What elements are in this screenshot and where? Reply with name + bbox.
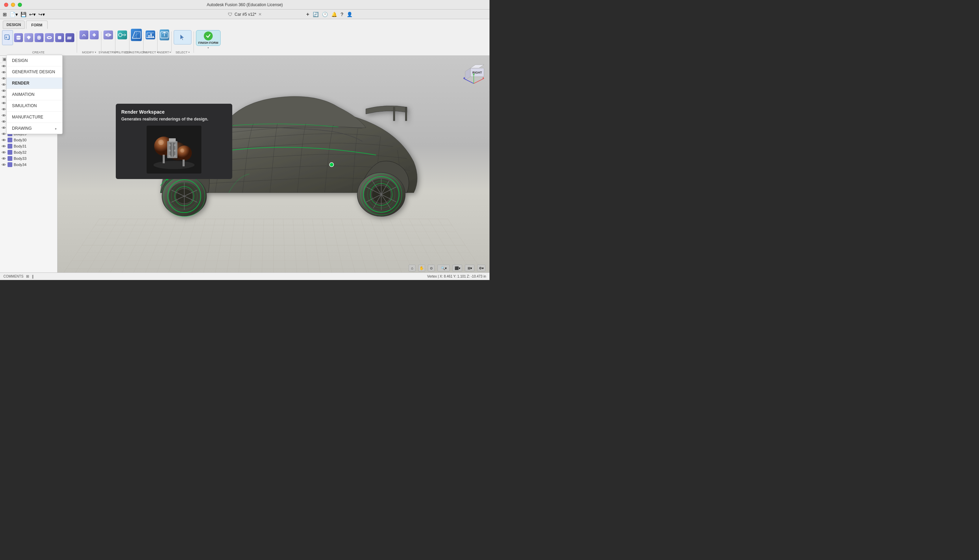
- design-dropdown-container: DESIGN DESIGN GENERATIVE DESIGN RENDER A…: [3, 20, 26, 29]
- redo-icon[interactable]: ↪▾: [38, 12, 45, 17]
- viewport[interactable]: RIGHT Render Workspace Generates realist…: [58, 56, 490, 280]
- modify-label: MODIFY▾: [82, 51, 96, 54]
- clock-icon[interactable]: 🕐: [322, 12, 328, 17]
- nav-zoom-fit-btn[interactable]: ⊙: [428, 265, 435, 272]
- body-type-icon: [8, 156, 12, 161]
- sep-5: [143, 32, 144, 53]
- svg-point-9: [37, 36, 41, 40]
- sidebar-body-item[interactable]: Body33: [0, 155, 57, 162]
- tab-bar: ⊞ 📄▾ 💾 ↩▾ ↪▾ 🛡 Car #5 v12* ✕ + 🔄 🕐 🔔 ? 👤: [0, 10, 490, 19]
- modify-button-2[interactable]: [89, 30, 99, 40]
- utilities-icons: [117, 30, 127, 40]
- design-button[interactable]: DESIGN: [3, 20, 25, 29]
- window-controls: [4, 3, 22, 7]
- svg-rect-13: [67, 37, 72, 39]
- nav-display-btn[interactable]: ⬛▾: [453, 265, 462, 272]
- close-button[interactable]: [4, 3, 8, 7]
- visibility-icon: [2, 150, 6, 155]
- finish-form-icons: FINISH FORM: [196, 30, 221, 46]
- render-tooltip: Render Workspace Generates realistic ren…: [116, 104, 232, 179]
- nav-view-btn[interactable]: ⊞▾: [465, 265, 474, 272]
- symmetry-group: SYMMETRY▾: [104, 30, 113, 54]
- svg-marker-8: [27, 36, 31, 40]
- help-icon[interactable]: ?: [341, 12, 343, 17]
- svg-point-97: [174, 155, 176, 157]
- nav-settings-btn[interactable]: ⚙▾: [477, 265, 485, 272]
- svg-point-87: [177, 145, 192, 160]
- svg-point-67: [329, 163, 334, 167]
- statusbar-icon-1[interactable]: ⊞: [26, 274, 29, 278]
- visibility-icon: [2, 101, 6, 105]
- add-tab-icon[interactable]: +: [306, 11, 309, 17]
- form-tab[interactable]: FORM: [26, 20, 47, 29]
- svg-point-39: [3, 121, 5, 122]
- inspect-group: INSPECT▾: [145, 30, 155, 54]
- undo-icon[interactable]: ↩▾: [29, 12, 36, 17]
- svg-marker-78: [482, 77, 484, 78]
- create-cylinder-button[interactable]: [14, 33, 23, 42]
- select-group: SELECT▾: [174, 30, 192, 54]
- nav-pan-btn[interactable]: ✋: [418, 265, 425, 272]
- svg-rect-99: [182, 160, 185, 167]
- nav-zoom-btn[interactable]: 🔍▾: [438, 265, 450, 272]
- sidebar-body-item[interactable]: Body30: [0, 137, 57, 143]
- visibility-icon: [2, 88, 6, 93]
- comments-btn[interactable]: COMMENTS: [3, 275, 23, 278]
- design-menu-item-animation[interactable]: ANIMATION: [7, 89, 62, 100]
- toolbar-top-row: DESIGN DESIGN GENERATIVE DESIGN RENDER A…: [0, 19, 490, 29]
- user-avatar[interactable]: 👤: [347, 12, 353, 17]
- select-button[interactable]: [174, 30, 192, 45]
- body-name: Body33: [14, 157, 27, 160]
- insert-group: INSERT▾: [160, 30, 169, 54]
- toolbar: CREATE: [0, 29, 490, 55]
- document-tab[interactable]: Car #5 v12*: [235, 12, 256, 17]
- design-menu-item-generative[interactable]: GENERATIVE DESIGN: [7, 67, 62, 78]
- bell-icon[interactable]: 🔔: [331, 12, 337, 17]
- design-menu-item-design[interactable]: DESIGN: [7, 55, 62, 67]
- close-tab-icon[interactable]: ✕: [258, 12, 262, 17]
- finish-form-button[interactable]: FINISH FORM: [196, 30, 221, 46]
- create-plane-button[interactable]: [65, 33, 75, 42]
- sidebar-body-item[interactable]: Body31: [0, 143, 57, 149]
- nav-home-btn[interactable]: ⌂: [409, 265, 416, 272]
- create-torus-button[interactable]: [45, 33, 54, 42]
- maximize-button[interactable]: [18, 3, 22, 7]
- inspect-button[interactable]: [145, 30, 155, 40]
- modify-icons: [79, 30, 99, 40]
- design-menu-item-manufacture[interactable]: MANUFACTURE: [7, 112, 62, 123]
- create-sphere-button[interactable]: [34, 33, 44, 42]
- minimize-button[interactable]: [11, 3, 15, 7]
- save-icon[interactable]: 💾: [20, 12, 27, 17]
- grid-icon[interactable]: ⊞: [3, 12, 7, 17]
- body-type-icon: [8, 138, 12, 142]
- statusbar-left: COMMENTS ⊞ ‖: [3, 274, 34, 278]
- tooltip-desc: Generates realistic renderings of the de…: [121, 117, 227, 122]
- statusbar-icon-2[interactable]: ‖: [32, 274, 34, 278]
- modify-button-1[interactable]: [79, 30, 89, 40]
- create-quadball-button[interactable]: [55, 33, 64, 42]
- design-menu-item-simulation[interactable]: SIMULATION: [7, 100, 62, 112]
- insert-button[interactable]: [160, 30, 169, 40]
- svg-rect-98: [163, 155, 165, 163]
- design-menu-item-drawing[interactable]: DRAWING ▸: [7, 123, 62, 134]
- design-menu-item-render[interactable]: RENDER: [7, 78, 62, 89]
- visibility-icon: [2, 119, 6, 124]
- svg-point-101: [180, 148, 184, 153]
- select-label: SELECT▾: [175, 51, 189, 54]
- visibility-icon: [2, 113, 6, 118]
- sidebar-body-item[interactable]: Body32: [0, 149, 57, 155]
- utilities-button[interactable]: [117, 30, 127, 40]
- select-icons: [174, 30, 192, 45]
- svg-point-32: [3, 78, 5, 79]
- svg-point-33: [3, 84, 5, 85]
- file-icon[interactable]: 📄▾: [10, 12, 18, 17]
- symmetry-button[interactable]: [104, 30, 113, 40]
- create-new-body-button[interactable]: [2, 30, 13, 45]
- sidebar-body-item[interactable]: Body34: [0, 162, 57, 168]
- svg-point-7: [17, 38, 20, 40]
- body-type-icon: [8, 150, 12, 155]
- construct-button[interactable]: [132, 30, 141, 40]
- create-gem-button[interactable]: [24, 33, 33, 42]
- cloud-sync-icon[interactable]: 🔄: [313, 12, 319, 17]
- axis-widget[interactable]: RIGHT: [460, 61, 484, 85]
